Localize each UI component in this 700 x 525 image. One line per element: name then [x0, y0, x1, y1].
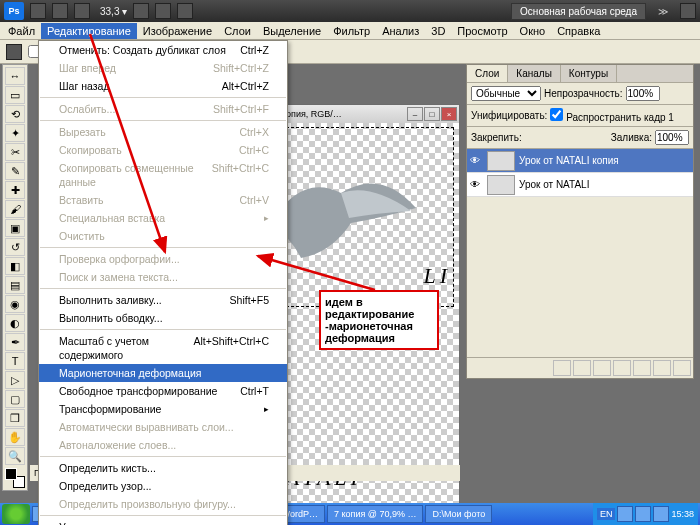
tab-channels[interactable]: Каналы	[508, 65, 561, 82]
brush-tool[interactable]: 🖌	[5, 200, 25, 218]
cslive-icon[interactable]	[680, 3, 696, 19]
menu-item[interactable]: Удалить из памяти	[39, 518, 287, 525]
hand-tool[interactable]: ✋	[5, 428, 25, 446]
menu-item[interactable]: Определить узор...	[39, 477, 287, 495]
panel-tabs: Слои Каналы Контуры	[467, 65, 693, 83]
menu-item[interactable]: Трансформирование	[39, 400, 287, 418]
zoom-display[interactable]: 33,3 ▾	[100, 6, 127, 17]
menu-item: Определить произвольную фигуру...	[39, 495, 287, 513]
move-tool-icon	[6, 44, 22, 60]
pen-tool[interactable]: ✒	[5, 333, 25, 351]
tray-icon[interactable]	[653, 506, 669, 522]
menu-edit[interactable]: Редактирование	[41, 23, 137, 39]
link-layers-icon[interactable]	[553, 360, 571, 376]
tray-icon[interactable]	[617, 506, 633, 522]
language-indicator[interactable]: EN	[597, 508, 616, 520]
gradient-tool[interactable]: ▤	[5, 276, 25, 294]
zoom-tool[interactable]: 🔍	[5, 447, 25, 465]
tab-paths[interactable]: Контуры	[561, 65, 617, 82]
menu-item[interactable]: Свободное трансформированиеCtrl+T	[39, 382, 287, 400]
menu-filter[interactable]: Фильтр	[327, 23, 376, 39]
menu-item: Ослабить...Shift+Ctrl+F	[39, 100, 287, 118]
minibridge-icon[interactable]	[52, 3, 68, 19]
blur-tool[interactable]: ◉	[5, 295, 25, 313]
menu-select[interactable]: Выделение	[257, 23, 327, 39]
visibility-icon[interactable]: 👁	[467, 179, 483, 190]
heal-tool[interactable]: ✚	[5, 181, 25, 199]
menu-file[interactable]: Файл	[2, 23, 41, 39]
layer-thumb[interactable]	[487, 151, 515, 171]
crop-tool[interactable]: ✂	[5, 143, 25, 161]
menu-image[interactable]: Изображение	[137, 23, 218, 39]
arrange-icon[interactable]	[155, 3, 171, 19]
menu-3d[interactable]: 3D	[425, 23, 451, 39]
marquee-tool[interactable]: ▭	[5, 86, 25, 104]
layer-list: 👁 Урок от NATALI копия 👁 Урок от NATALI	[467, 149, 693, 197]
close-button[interactable]: ×	[441, 107, 457, 121]
menu-window[interactable]: Окно	[514, 23, 552, 39]
eraser-tool[interactable]: ◧	[5, 257, 25, 275]
menu-item[interactable]: Масштаб с учетом содержимогоAlt+Shift+Ct…	[39, 332, 287, 364]
minimize-button[interactable]: –	[407, 107, 423, 121]
menu-analysis[interactable]: Анализ	[376, 23, 425, 39]
lasso-tool[interactable]: ⟲	[5, 105, 25, 123]
shape-tool[interactable]: ▢	[5, 390, 25, 408]
group-icon[interactable]	[633, 360, 651, 376]
layer-thumb[interactable]	[487, 175, 515, 195]
clock[interactable]: 15:38	[671, 509, 694, 519]
menu-item[interactable]: Выполнить заливку...Shift+F5	[39, 291, 287, 309]
bridge-icon[interactable]	[30, 3, 46, 19]
layers-panel: Слои Каналы Контуры Обычные Непрозрачнос…	[466, 64, 694, 379]
lock-label: Закрепить:	[471, 132, 522, 143]
menu-view[interactable]: Просмотр	[451, 23, 513, 39]
layer-name[interactable]: Урок от NATALI копия	[519, 155, 619, 166]
fill-input[interactable]	[655, 130, 689, 145]
menu-item[interactable]: Определить кисть...	[39, 459, 287, 477]
maximize-button[interactable]: □	[424, 107, 440, 121]
wand-tool[interactable]: ✦	[5, 124, 25, 142]
chevron-right-icon[interactable]: ≫	[658, 6, 668, 17]
menu-help[interactable]: Справка	[551, 23, 606, 39]
app-bar: Ps 33,3 ▾ Основная рабочая среда ≫	[0, 0, 700, 22]
taskbar-task[interactable]: D:\Мои фото	[425, 505, 492, 523]
dodge-tool[interactable]: ◐	[5, 314, 25, 332]
eyedropper-tool[interactable]: ✎	[5, 162, 25, 180]
menu-item: СкопироватьCtrl+C	[39, 141, 287, 159]
3d-tool[interactable]: ❒	[5, 409, 25, 427]
move-tool[interactable]: ↔	[5, 67, 25, 85]
layer-row[interactable]: 👁 Урок от NATALI копия	[467, 149, 693, 173]
menu-item[interactable]: Отменить: Создать дубликат слояCtrl+Z	[39, 41, 287, 59]
stamp-tool[interactable]: ▣	[5, 219, 25, 237]
opacity-input[interactable]	[626, 86, 660, 101]
blend-mode-select[interactable]: Обычные	[471, 86, 541, 101]
doc-titlebar[interactable]: …LI копия, RGB/… – □ ×	[261, 105, 459, 123]
menu-item[interactable]: Марионеточная деформация	[39, 364, 287, 382]
workspace-button[interactable]: Основная рабочая среда	[511, 3, 646, 20]
menu-item[interactable]: Шаг назадAlt+Ctrl+Z	[39, 77, 287, 95]
opacity-label: Непрозрачность:	[544, 88, 623, 99]
layer-name[interactable]: Урок от NATALI	[519, 179, 589, 190]
mask-icon[interactable]	[593, 360, 611, 376]
fx-icon[interactable]	[573, 360, 591, 376]
menu-item: Скопировать совмещенные данныеShift+Ctrl…	[39, 159, 287, 191]
propagate-check[interactable]: Распространить кадр 1	[550, 108, 674, 123]
layer-row[interactable]: 👁 Урок от NATALI	[467, 173, 693, 197]
view-extras-icon[interactable]	[74, 3, 90, 19]
color-swatch[interactable]	[5, 468, 25, 488]
menu-layers[interactable]: Слои	[218, 23, 257, 39]
trash-icon[interactable]	[673, 360, 691, 376]
tab-layers[interactable]: Слои	[467, 65, 508, 82]
adjustment-icon[interactable]	[613, 360, 631, 376]
new-layer-icon[interactable]	[653, 360, 671, 376]
path-tool[interactable]: ▷	[5, 371, 25, 389]
hand-icon[interactable]	[133, 3, 149, 19]
history-brush-tool[interactable]: ↺	[5, 238, 25, 256]
ps-logo-icon: Ps	[4, 2, 24, 20]
start-button[interactable]	[2, 504, 30, 524]
visibility-icon[interactable]: 👁	[467, 155, 483, 166]
taskbar-task[interactable]: 7 копия @ 70,9% …	[327, 505, 423, 523]
screenmode-icon[interactable]	[177, 3, 193, 19]
type-tool[interactable]: T	[5, 352, 25, 370]
tray-icon[interactable]	[635, 506, 651, 522]
menu-item[interactable]: Выполнить обводку...	[39, 309, 287, 327]
